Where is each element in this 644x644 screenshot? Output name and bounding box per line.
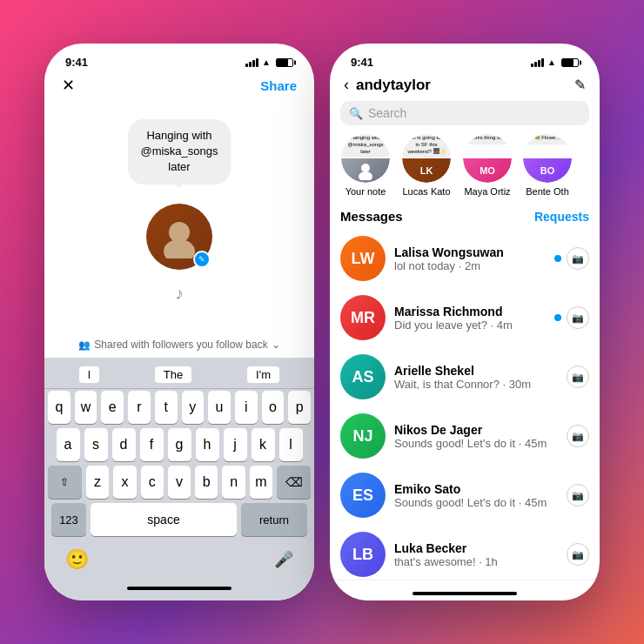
suggestion-3[interactable]: I'm [247, 366, 279, 383]
chevron-down-icon: ⌄ [272, 339, 280, 351]
msg-actions-emiko: 📷 [567, 484, 589, 506]
note-mention: @miska_songs [140, 144, 218, 158]
message-item-luka[interactable]: LB Luka Becker that's awesome! · 1h 📷 [330, 525, 600, 580]
key-k[interactable]: k [252, 428, 275, 461]
numbers-key[interactable]: 123 [51, 503, 86, 536]
story-note-bubble-maya: Is this thing on? [463, 134, 512, 144]
key-x[interactable]: x [113, 466, 136, 499]
signal-icon-right [531, 58, 544, 67]
key-w[interactable]: w [75, 391, 97, 424]
story-note-bubble-bente: 💐 Flowe… [523, 134, 572, 144]
camera-icon-arielle[interactable]: 📷 [567, 366, 589, 388]
emoji-button[interactable]: 🙂 [65, 548, 89, 571]
msg-content-lalisa: Lalisa Wongsuwan lol not today · 2m [394, 245, 546, 272]
camera-icon-lalisa[interactable]: 📷 [567, 247, 589, 270]
key-y[interactable]: y [182, 391, 205, 424]
left-phone: 9:41 ▲ ✕ Share Hanging with @miska_songs [44, 44, 314, 600]
story-note-bubble-your-note: Hanging with @miska_songs later [341, 134, 390, 158]
keyboard-bottom-row: 123 space return [48, 503, 311, 541]
camera-icon-emiko[interactable]: 📷 [567, 484, 589, 506]
key-u[interactable]: u [208, 391, 231, 424]
key-n[interactable]: n [222, 466, 245, 499]
keyboard-rows: q w e r t y u i o p a s d f g [44, 389, 314, 543]
story-name-maya: Maya Ortiz [464, 186, 510, 197]
key-l[interactable]: l [279, 428, 303, 461]
story-name-lucas: Lucas Kato [402, 186, 450, 197]
msg-actions-luka: 📷 [567, 543, 589, 566]
requests-link[interactable]: Requests [534, 210, 589, 224]
back-button[interactable]: ‹ [344, 76, 349, 94]
key-q[interactable]: q [48, 391, 70, 424]
camera-icon-nikos[interactable]: 📷 [567, 425, 589, 447]
msg-preview-luka: that's awesome! · 1h [394, 555, 558, 568]
search-bar[interactable]: 🔍 Search [340, 101, 589, 125]
key-r[interactable]: r [128, 391, 151, 424]
signal-icon [245, 58, 258, 67]
msg-preview-emiko: Sounds good! Let's do it · 45m [394, 496, 558, 509]
key-f[interactable]: f [140, 428, 164, 461]
key-c[interactable]: c [141, 466, 164, 499]
key-z[interactable]: z [86, 466, 109, 499]
story-item-lucas[interactable]: Who is going to be in SF this weekend? 🌉… [401, 134, 452, 197]
return-key[interactable]: return [241, 503, 307, 536]
story-item-maya[interactable]: Is this thing on? MO Maya Ortiz [462, 134, 513, 197]
suggestion-2[interactable]: The [155, 366, 191, 383]
msg-preview-marissa: Did you leave yet? · 4m [394, 319, 546, 332]
unread-dot-marissa [554, 314, 561, 321]
story-item-bente[interactable]: 💐 Flowe… BO Bente Oth [523, 134, 572, 197]
key-g[interactable]: g [168, 428, 191, 461]
key-s[interactable]: s [84, 428, 108, 461]
message-item-lalisa[interactable]: LW Lalisa Wongsuwan lol not today · 2m 📷 [330, 229, 600, 288]
keyboard-gesture-row: 🙂 🎤 [44, 543, 314, 574]
svg-point-2 [361, 164, 370, 172]
music-note-icon: ♪ [175, 284, 184, 304]
key-o[interactable]: o [262, 391, 285, 424]
msg-name-nikos: Nikos De Jager [394, 423, 558, 437]
msg-content-luka: Luka Becker that's awesome! · 1h [394, 541, 558, 568]
story-avatar-bente: 💐 Flowe… BO [523, 134, 572, 183]
key-row-2: a s d f g h j k l [48, 428, 311, 461]
camera-icon-luka[interactable]: 📷 [567, 543, 589, 566]
close-button[interactable]: ✕ [62, 76, 75, 95]
delete-key[interactable]: ⌫ [277, 466, 311, 499]
key-h[interactable]: h [196, 428, 219, 461]
msg-content-arielle: Arielle Shekel Wait, is that Connor? · 3… [394, 364, 558, 391]
key-d[interactable]: d [112, 428, 136, 461]
avatar-person-icon [158, 215, 201, 258]
key-v[interactable]: v [168, 466, 191, 499]
key-m[interactable]: m [250, 466, 272, 499]
search-input[interactable]: Search [368, 106, 406, 120]
svg-point-1 [164, 239, 195, 258]
camera-icon-marissa[interactable]: 📷 [567, 306, 589, 329]
key-p[interactable]: p [288, 391, 311, 424]
key-t[interactable]: t [155, 391, 178, 424]
message-item-marissa[interactable]: MR Marissa Richmond Did you leave yet? ·… [330, 288, 600, 347]
key-row-3: ⇧ z x c v b n m ⌫ [48, 466, 311, 499]
microphone-button[interactable]: 🎤 [274, 550, 293, 569]
suggestion-1[interactable]: l [79, 366, 99, 383]
home-indicator-right [413, 592, 517, 595]
story-avatar-maya: Is this thing on? MO [463, 134, 512, 183]
story-avatar-lucas: Who is going to be in SF this weekend? 🌉… [402, 134, 451, 183]
note-bubble: Hanging with @miska_songs later [128, 119, 230, 184]
compose-button[interactable]: ✎ [574, 77, 586, 93]
msg-preview-lalisa: lol not today · 2m [394, 259, 546, 272]
shift-key[interactable]: ⇧ [48, 466, 82, 499]
space-key[interactable]: space [91, 503, 237, 536]
keyboard-suggestions: l The I'm [44, 363, 314, 389]
key-a[interactable]: a [57, 428, 80, 461]
message-item-arielle[interactable]: AS Arielle Shekel Wait, is that Connor? … [330, 347, 600, 406]
user-avatar-container: ✎ [146, 204, 212, 270]
key-e[interactable]: e [101, 391, 124, 424]
message-item-nikos[interactable]: NJ Nikos De Jager Sounds good! Let's do … [330, 406, 600, 466]
msg-preview-nikos: Sounds good! Let's do it · 45m [394, 437, 558, 450]
share-button[interactable]: Share [260, 78, 297, 93]
key-b[interactable]: b [195, 466, 218, 499]
key-j[interactable]: j [224, 428, 247, 461]
msg-actions-lalisa: 📷 [554, 247, 589, 270]
key-i[interactable]: i [235, 391, 258, 424]
msg-name-arielle: Arielle Shekel [394, 364, 558, 378]
avatar-nikos: NJ [340, 413, 386, 459]
story-item-your-note[interactable]: Hanging with @miska_songs later Your not… [340, 134, 391, 197]
message-item-emiko[interactable]: ES Emiko Sato Sounds good! Let's do it ·… [330, 466, 600, 525]
